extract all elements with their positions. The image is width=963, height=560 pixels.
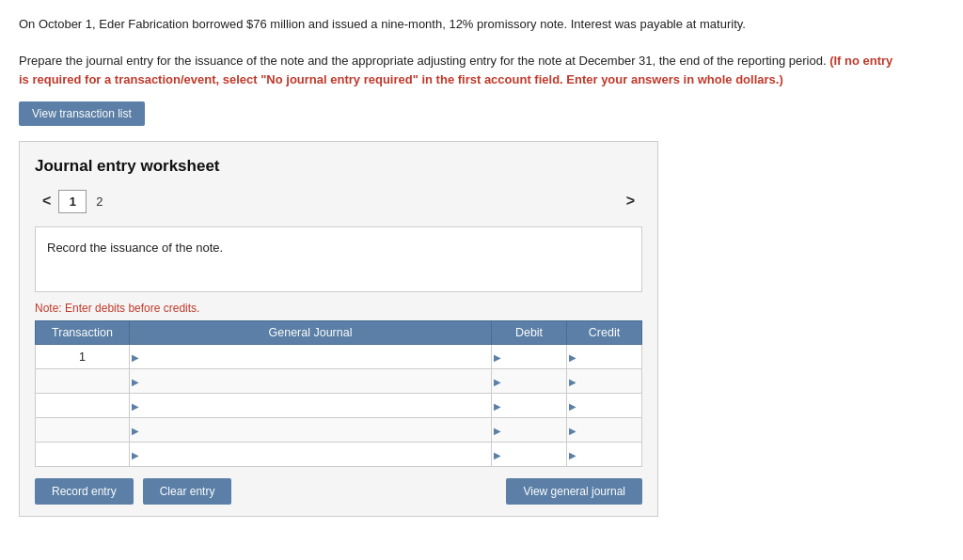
cell-general-journal-2[interactable]: ▶ bbox=[130, 394, 492, 418]
table-row: 1▶▶▶ bbox=[36, 345, 642, 369]
arrow-debit-icon-4: ▶ bbox=[494, 449, 501, 459]
table-row: ▶▶▶ bbox=[36, 394, 642, 418]
note-text: Note: Enter debits before credits. bbox=[35, 302, 642, 315]
description-box: Record the issuance of the note. bbox=[35, 226, 642, 292]
arrow-credit-icon-2: ▶ bbox=[569, 400, 576, 411]
cell-debit-3[interactable]: ▶ bbox=[492, 418, 567, 443]
cell-transaction-0[interactable]: 1 bbox=[36, 345, 130, 369]
record-entry-button[interactable]: Record entry bbox=[35, 478, 134, 505]
arrow-left-icon-0: ▶ bbox=[132, 351, 139, 362]
arrow-left-icon-3: ▶ bbox=[132, 425, 139, 435]
cell-debit-2[interactable]: ▶ bbox=[492, 394, 567, 418]
header-general-journal: General Journal bbox=[130, 321, 492, 345]
table-row: ▶▶▶ bbox=[36, 369, 642, 394]
view-transaction-button[interactable]: View transaction list bbox=[19, 101, 145, 126]
cell-general-journal-4[interactable]: ▶ bbox=[130, 443, 492, 467]
worksheet-title: Journal entry worksheet bbox=[35, 157, 642, 176]
table-row: ▶▶▶ bbox=[36, 443, 642, 467]
arrow-left-icon-1: ▶ bbox=[132, 376, 139, 386]
paragraph1: On October 1, Eder Fabrication borrowed … bbox=[19, 15, 903, 34]
arrow-debit-icon-2: ▶ bbox=[494, 400, 501, 411]
cell-debit-0[interactable]: ▶ bbox=[492, 345, 567, 369]
cell-debit-1[interactable]: ▶ bbox=[492, 369, 567, 394]
header-credit: Credit bbox=[567, 321, 642, 345]
cell-credit-1[interactable]: ▶ bbox=[567, 369, 642, 394]
worksheet-nav: < 1 2 > bbox=[35, 189, 642, 213]
cell-transaction-4[interactable] bbox=[36, 443, 130, 467]
arrow-left-icon-4: ▶ bbox=[132, 449, 139, 459]
arrow-debit-icon-3: ▶ bbox=[494, 425, 501, 435]
arrow-debit-icon-1: ▶ bbox=[494, 376, 501, 386]
intro-section: On October 1, Eder Fabrication borrowed … bbox=[19, 15, 903, 88]
arrow-credit-icon-1: ▶ bbox=[569, 376, 576, 386]
arrow-credit-icon-4: ▶ bbox=[569, 449, 576, 459]
cell-transaction-2[interactable] bbox=[36, 394, 130, 418]
clear-entry-button[interactable]: Clear entry bbox=[143, 478, 232, 505]
header-debit: Debit bbox=[492, 321, 567, 345]
paragraph2-plain: Prepare the journal entry for the issuan… bbox=[19, 54, 827, 68]
tab-2[interactable]: 2 bbox=[87, 191, 112, 212]
cell-credit-3[interactable]: ▶ bbox=[567, 418, 642, 443]
cell-debit-4[interactable]: ▶ bbox=[492, 443, 567, 467]
header-transaction: Transaction bbox=[36, 321, 130, 345]
description-text: Record the issuance of the note. bbox=[47, 241, 223, 255]
paragraph2: Prepare the journal entry for the issuan… bbox=[19, 52, 903, 88]
prev-arrow[interactable]: < bbox=[35, 189, 58, 213]
arrow-left-icon-2: ▶ bbox=[132, 400, 139, 411]
arrow-debit-icon-0: ▶ bbox=[494, 351, 501, 362]
cell-credit-4[interactable]: ▶ bbox=[567, 443, 642, 467]
button-row: Record entry Clear entry View general jo… bbox=[35, 467, 642, 516]
cell-general-journal-0[interactable]: ▶ bbox=[130, 345, 492, 369]
arrow-credit-icon-0: ▶ bbox=[569, 351, 576, 362]
tab-1[interactable]: 1 bbox=[58, 190, 87, 213]
journal-entry-worksheet: Journal entry worksheet < 1 2 > Record t… bbox=[19, 141, 658, 517]
arrow-credit-icon-3: ▶ bbox=[569, 425, 576, 435]
cell-transaction-1[interactable] bbox=[36, 369, 130, 394]
cell-credit-2[interactable]: ▶ bbox=[567, 394, 642, 418]
journal-table: Transaction General Journal Debit Credit… bbox=[35, 320, 642, 467]
cell-general-journal-3[interactable]: ▶ bbox=[130, 418, 492, 443]
table-row: ▶▶▶ bbox=[36, 418, 642, 443]
cell-transaction-3[interactable] bbox=[36, 418, 130, 443]
next-arrow[interactable]: > bbox=[619, 189, 642, 213]
view-general-journal-button[interactable]: View general journal bbox=[506, 478, 642, 505]
cell-general-journal-1[interactable]: ▶ bbox=[130, 369, 492, 394]
cell-credit-0[interactable]: ▶ bbox=[567, 345, 642, 369]
